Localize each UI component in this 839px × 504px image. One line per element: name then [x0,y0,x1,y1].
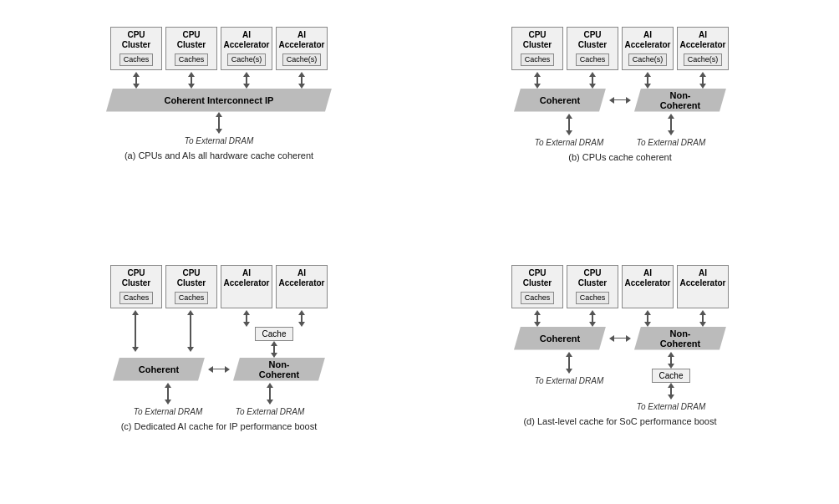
unit-ai2-b-title: AIAccelerator [679,30,725,50]
arrow-b-dram-right [668,114,674,135]
unit-cpu2-a: CPUCluster Caches [165,27,217,70]
ai-cache-col-c: Cache [220,310,328,358]
unit-cpu1-a: CPUCluster Caches [110,27,162,70]
diagram-b-units: CPUCluster Caches CPUCluster Caches AIAc… [511,27,729,70]
unit-cpu2-a-title: CPUCluster [177,30,206,50]
unit-cpu1-d: CPUCluster Caches [511,265,563,308]
diagram-b: CPUCluster Caches CPUCluster Caches AIAc… [428,18,812,248]
unit-cpu1-a-sub: Caches [119,53,154,67]
h-arrow-c [208,366,230,373]
banner-row-c: Coherent Non-Coherent [111,358,327,381]
arrow-d-dram-left [566,352,572,374]
unit-ai1-b-sub: Cache(s) [628,53,668,67]
unit-ai2-a-sub: Cache(s) [282,53,322,67]
page: CPUCluster Caches CPUCluster Caches AIAc… [18,10,821,495]
arrow-a-dram [216,112,222,134]
dram-d-left: To External DRAM [535,376,603,385]
unit-cpu2-c: CPUCluster Caches [165,265,217,308]
diagram-a: CPUCluster Caches CPUCluster Caches AIAc… [27,18,411,248]
cache-box-c: Cache [255,327,294,341]
unit-cpu2-a-sub: Caches [175,53,209,67]
unit-cpu2-b: CPUCluster Caches [567,27,618,70]
arrow-c-1 [109,310,161,358]
arrow-b-3 [622,72,674,89]
dram-c-left: To External DRAM [134,407,202,416]
arrow-a-2 [165,72,217,89]
banner-row-b: Coherent Non-Coherent [512,89,728,112]
unit-cpu2-c-title: CPUCluster [177,268,206,288]
unit-cpu1-b-title: CPUCluster [523,30,552,50]
dram-c-right: To External DRAM [236,407,304,416]
unit-ai2-c-title: AIAccelerator [278,268,324,288]
unit-ai1-d: AIAccelerator [622,265,674,308]
unit-ai1-a-sub: Cache(s) [227,53,267,67]
unit-cpu1-d-sub: Caches [521,292,555,305]
caption-a: (a) CPUs and AIs all hardware cache cohe… [125,150,313,160]
arrow-d-cache-top [668,352,674,369]
unit-ai2-d-title: AIAccelerator [679,268,725,288]
unit-ai1-d-title: AIAccelerator [624,268,670,288]
banner-b-coherent: Coherent [514,89,606,112]
unit-ai2-b: AIAccelerator Cache(s) [677,27,729,70]
h-arrow-b [609,97,631,104]
dram-a: To External DRAM [185,136,253,145]
dram-arrows-b: To External DRAM To External DRAM [520,114,720,147]
diagram-a-units: CPUCluster Caches CPUCluster Caches AIAc… [110,27,328,70]
arrows-c-top: Cache [109,310,328,358]
caption-b: (b) CPUs cache coherent [568,152,672,162]
arrow-b-dram-left [566,114,572,135]
unit-cpu1-c: CPUCluster Caches [110,265,162,308]
arrow-c-cache-down [271,341,277,358]
arrow-d-3 [622,310,674,327]
diagram-d: CPUCluster Caches CPUCluster Caches AIAc… [428,257,812,486]
unit-cpu1-a-title: CPUCluster [122,30,150,50]
unit-cpu2-b-sub: Caches [576,53,610,67]
arrow-c-4 [276,310,328,327]
unit-ai1-c-title: AIAccelerator [223,268,269,288]
arrows-b-top [511,72,729,89]
h-arrow-d [609,335,631,342]
diagram-d-units: CPUCluster Caches CPUCluster Caches AIAc… [511,265,729,308]
unit-ai1-c: AIAccelerator [221,265,272,308]
arrow-b-2 [567,72,618,89]
arrow-c-2 [165,310,216,358]
arrow-d-4 [677,310,729,327]
banner-c-noncoherent: Non-Coherent [233,358,325,381]
unit-ai1-a-title: AIAccelerator [223,30,269,50]
unit-cpu1-c-title: CPUCluster [122,268,150,288]
banner-row-d: Coherent Non-Coherent [512,327,728,350]
arrow-c-dram-left [165,383,171,405]
unit-ai1-b-title: AIAccelerator [624,30,670,50]
banner-c-coherent: Coherent [113,358,205,381]
unit-ai1-b: AIAccelerator Cache(s) [622,27,674,70]
caption-d: (d) Last-level cache for SoC performance… [523,416,716,426]
unit-cpu2-d-title: CPUCluster [578,268,607,288]
banner-b-noncoherent: Non-Coherent [634,89,726,112]
arrow-d-2 [567,310,618,327]
unit-cpu2-d: CPUCluster Caches [567,265,618,308]
arrow-a-4 [276,72,328,89]
unit-ai2-a: AIAccelerator Cache(s) [276,27,328,70]
arrow-b-1 [511,72,563,89]
unit-ai2-a-title: AIAccelerator [278,30,324,50]
diagram-c-units: CPUCluster Caches CPUCluster Caches AIAc… [110,265,328,308]
unit-ai2-b-sub: Cache(s) [684,53,723,67]
banner-a: Coherent Interconnect IP [106,89,332,112]
unit-cpu2-d-sub: Caches [576,292,610,305]
unit-cpu1-c-sub: Caches [119,292,154,305]
caption-c: (c) Dedicated AI cache for IP performanc… [121,421,318,431]
arrow-c-3 [221,310,272,327]
banner-d-noncoherent: Non-Coherent [634,327,726,350]
arrow-d-cache-bottom [668,383,674,400]
unit-cpu2-b-title: CPUCluster [578,30,607,50]
unit-ai2-d: AIAccelerator [677,265,729,308]
dram-d-right: To External DRAM [637,402,705,411]
arrow-a-3 [221,72,272,89]
unit-cpu2-c-sub: Caches [175,292,209,305]
arrow-c-dram-right [267,383,273,405]
dram-row-c: To External DRAM To External DRAM [119,383,319,416]
arrows-d-top [511,310,729,327]
banner-d-coherent: Coherent [514,327,606,350]
diagram-c: CPUCluster Caches CPUCluster Caches AIAc… [27,257,411,486]
arrow-a-1 [110,72,162,89]
